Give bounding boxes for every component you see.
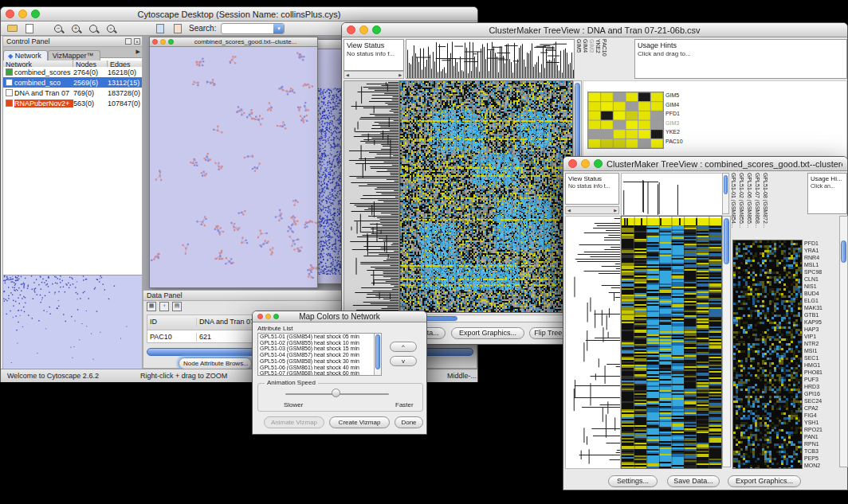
network-table-row[interactable]: combined_scores2764(0)16218(0)	[3, 67, 142, 77]
zoom-icon[interactable]	[273, 314, 279, 319]
scroll-right-icon[interactable]	[397, 72, 403, 77]
attribute-select-icon[interactable]: ▦	[147, 302, 156, 311]
save-session-icon[interactable]	[23, 22, 36, 34]
treeview-button-save-data-[interactable]: Save Data...	[667, 475, 720, 487]
mini-hscrollbar[interactable]	[344, 71, 404, 79]
network-view-titlebar[interactable]: combined_scores_good.txt--cluste...	[150, 37, 317, 47]
network-table-row[interactable]: RNAPuberNov2+563(0)107847(0)	[3, 98, 142, 108]
annotation-icon[interactable]	[154, 22, 167, 34]
gene-label[interactable]: KAP95	[804, 318, 839, 326]
row-dendrogram-canvas[interactable]	[344, 80, 399, 313]
create-vizmap-button[interactable]: Create Vizmap	[329, 416, 390, 428]
gene-label[interactable]: BUD4	[804, 290, 839, 297]
gene-label[interactable]: HMG1	[804, 361, 839, 369]
gene-label[interactable]: MSI1	[804, 347, 839, 354]
gene-label[interactable]: NIS1	[804, 283, 839, 290]
gene-label[interactable]: YSH1	[804, 419, 839, 426]
heatmap-vscrollbar[interactable]	[722, 216, 731, 467]
gene-label[interactable]: MON2	[804, 462, 839, 469]
gene-label[interactable]: HRD3	[804, 383, 839, 390]
gene-label[interactable]: SPC98	[804, 268, 839, 275]
treeview-button-export-graphics-[interactable]: Export Graphics...	[728, 475, 801, 487]
network-table-row[interactable]: DNA and Tran 07769(0)183728(0)	[3, 88, 142, 98]
attribute-item[interactable]: GPL51-01 (GSM854) heat shock 05 min	[258, 334, 375, 340]
gene-label[interactable]: MSL1	[804, 261, 839, 268]
close-icon[interactable]	[257, 314, 263, 319]
search-combo[interactable]	[221, 23, 285, 34]
gene-label[interactable]: FIG4	[804, 412, 839, 419]
gene-label[interactable]: YRA1	[804, 247, 839, 254]
gene-label[interactable]: MAK31	[804, 304, 839, 311]
attribute-item[interactable]: GPL51-05 (GSM858) heat shock 30 min	[258, 358, 375, 365]
gene-label[interactable]: CLN1	[804, 275, 839, 283]
gene-label[interactable]: PUF3	[804, 376, 839, 383]
gene-label[interactable]: HAP3	[804, 326, 839, 333]
close-icon[interactable]	[347, 25, 355, 34]
cytoscape-titlebar[interactable]: Cytoscape Desktop (Session Name: collins…	[1, 7, 477, 21]
minimize-icon[interactable]	[581, 159, 590, 168]
close-panel-icon[interactable]: ×	[134, 38, 140, 45]
treeview-button-settings-[interactable]: Settings...	[608, 475, 658, 487]
heatmap-canvas[interactable]	[399, 80, 573, 313]
gene-label[interactable]: CPA2	[804, 404, 839, 412]
dialog-titlebar[interactable]: Map Colors to Network	[253, 311, 426, 322]
zoom-selected-icon[interactable]	[104, 22, 117, 34]
gene-label[interactable]: RNR4	[804, 254, 839, 261]
correlation-matrix-canvas[interactable]	[587, 92, 664, 149]
gene-label[interactable]: SEC24	[804, 397, 839, 404]
attribute-item[interactable]: GPL51-02 (GSM855) heat shock 10 min	[258, 340, 375, 346]
minimize-icon[interactable]	[18, 10, 27, 18]
scroll-right-icon[interactable]	[612, 208, 618, 213]
float-panel-icon[interactable]	[125, 38, 132, 45]
gene-label[interactable]: ELG1	[804, 297, 839, 304]
close-icon[interactable]	[6, 10, 14, 18]
attribute-create-icon[interactable]: ＋	[159, 302, 169, 311]
right-vscroll-thumb[interactable]	[841, 240, 846, 263]
gene-label[interactable]: RPN1	[804, 440, 839, 447]
attribute-item[interactable]: GPL51-06 (GSM861) heat shock 40 min	[258, 365, 375, 371]
gene-label[interactable]: GTB1	[804, 311, 839, 318]
animate-vizmap-button[interactable]: Animate Vizmap	[264, 416, 324, 428]
attribute-item[interactable]: GPL51-03 (GSM856) heat shock 15 min	[258, 346, 375, 352]
close-icon[interactable]	[568, 159, 577, 168]
column-dendrogram-canvas[interactable]	[406, 39, 575, 79]
minimize-icon[interactable]	[160, 39, 166, 45]
attribute-scroll-thumb[interactable]	[375, 334, 380, 369]
tab-overflow-icon[interactable]: ▶	[136, 49, 140, 55]
vizmap-icon[interactable]	[171, 22, 184, 34]
zoom-icon[interactable]	[594, 159, 603, 168]
gene-label[interactable]: PFD1	[804, 240, 839, 247]
zoom-icon[interactable]	[372, 25, 381, 34]
speed-slider-thumb[interactable]	[332, 389, 340, 397]
attribute-delete-icon[interactable]: ▤	[172, 302, 182, 311]
move-up-button[interactable]: ^	[390, 342, 417, 352]
heatmap-canvas[interactable]	[621, 216, 722, 469]
minimize-icon[interactable]	[359, 25, 368, 34]
attribute-item[interactable]: GPL51-04 (GSM857) heat shock 20 min	[258, 352, 375, 358]
vscroll-thumb[interactable]	[724, 218, 729, 264]
gene-label[interactable]: GPI16	[804, 390, 839, 397]
network-overview-thumbnail[interactable]	[3, 275, 142, 369]
zoom-out-icon[interactable]	[52, 22, 65, 34]
done-button[interactable]: Done	[395, 416, 423, 428]
gene-label[interactable]: VIP1	[804, 333, 839, 340]
treeview2-titlebar[interactable]: ClusterMaker TreeView : combined_scores_…	[563, 157, 847, 171]
gene-label[interactable]: PAN1	[804, 433, 839, 440]
minimize-icon[interactable]	[265, 314, 271, 319]
treeview1-titlebar[interactable]: ClusterMaker TreeView : DNA and Tran 07-…	[342, 23, 847, 37]
network-view-window[interactable]: combined_scores_good.txt--cluste...	[149, 37, 318, 288]
attribute-list[interactable]: GPL51-01 (GSM854) heat shock 05 minGPL51…	[257, 333, 382, 376]
mini-hscrollbar[interactable]	[565, 206, 619, 214]
zoom-icon[interactable]	[168, 39, 174, 45]
row-dendrogram-canvas[interactable]	[565, 216, 621, 469]
column-dendrogram-canvas[interactable]	[621, 173, 723, 216]
gene-label[interactable]: RPO21	[804, 426, 839, 433]
combo-arrow-icon[interactable]	[273, 24, 284, 33]
right-vscrollbar[interactable]	[839, 216, 848, 467]
zoom-fit-icon[interactable]	[87, 22, 100, 34]
move-down-button[interactable]: v	[390, 356, 417, 366]
network-view-canvas[interactable]	[150, 48, 317, 287]
top-vscrollbar[interactable]	[722, 173, 729, 214]
zoom-in-icon[interactable]	[69, 22, 82, 34]
zoom-icon[interactable]	[31, 10, 40, 18]
